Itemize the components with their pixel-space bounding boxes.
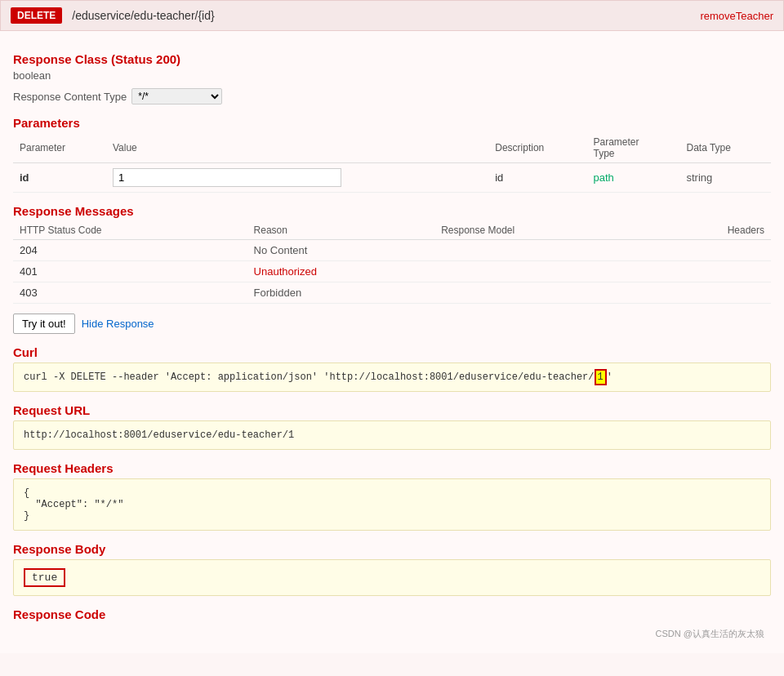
response-header-row: HTTP Status Code Reason Response Model H…: [13, 221, 771, 240]
headers-401: [648, 261, 771, 282]
curl-prefix: curl -X DELETE --header 'Accept: applica…: [24, 371, 595, 383]
parameters-title: Parameters: [13, 116, 771, 130]
response-messages-title: Response Messages: [13, 204, 771, 218]
params-header-row: Parameter Value Description ParameterTyp…: [13, 133, 771, 163]
action-buttons: Try it out! Hide Response: [13, 314, 771, 334]
response-row-401: 401 Unauthorized: [13, 261, 771, 282]
col-reason: Reason: [247, 221, 435, 240]
response-row-204: 204 No Content: [13, 240, 771, 261]
request-headers-title: Request Headers: [13, 461, 771, 475]
unauthorized-link[interactable]: Unauthorized: [254, 265, 317, 278]
param-value-input-id[interactable]: [113, 168, 341, 187]
response-true-badge: true: [24, 568, 65, 587]
param-description-id: id: [488, 163, 586, 193]
status-403: 403: [13, 282, 247, 304]
request-url-title: Request URL: [13, 403, 771, 417]
param-col-type: ParameterType: [587, 133, 680, 163]
model-401: [434, 261, 648, 282]
watermark: CSDN @认真生活的灰太狼: [13, 625, 771, 643]
parameters-table: Parameter Value Description ParameterTyp…: [13, 133, 771, 193]
response-content-type-label: Response Content Type: [13, 91, 127, 103]
response-body-title: Response Body: [13, 542, 771, 556]
param-col-value: Value: [106, 133, 488, 163]
curl-end: ': [607, 371, 612, 383]
param-value-cell: [106, 163, 488, 193]
endpoint-name: removeTeacher: [700, 10, 773, 22]
param-col-parameter: Parameter: [13, 133, 106, 163]
response-code-title: Response Code: [13, 607, 771, 621]
request-url-block: http://localhost:8001/eduservice/edu-tea…: [13, 420, 771, 450]
param-row-id: id id path string: [13, 163, 771, 193]
request-headers-block: { "Accept": "*/*" }: [13, 478, 771, 531]
response-row-403: 403 Forbidden: [13, 282, 771, 304]
endpoint-path: /eduservice/edu-teacher/{id}: [72, 9, 700, 22]
curl-highlight: 1: [595, 369, 607, 385]
response-messages-table: HTTP Status Code Reason Response Model H…: [13, 221, 771, 304]
param-col-datatype: Data Type: [679, 133, 771, 163]
response-content-type-row: Response Content Type */* application/js…: [13, 88, 771, 105]
curl-block: curl -X DELETE --header 'Accept: applica…: [13, 362, 771, 392]
headers-403: [648, 282, 771, 304]
model-204: [434, 240, 648, 261]
headers-204: [648, 240, 771, 261]
reason-no-content: No Content: [247, 240, 435, 261]
status-401: 401: [13, 261, 247, 282]
model-403: [434, 282, 648, 304]
reason-forbidden: Forbidden: [247, 282, 435, 304]
status-204: 204: [13, 240, 247, 261]
hide-response-link[interactable]: Hide Response: [82, 318, 154, 330]
content-area: Response Class (Status 200) boolean Resp…: [0, 31, 784, 653]
response-class-title: Response Class (Status 200): [13, 52, 771, 66]
param-name-id: id: [13, 163, 106, 193]
try-it-out-button[interactable]: Try it out!: [13, 314, 75, 334]
col-response-model: Response Model: [434, 221, 648, 240]
reason-unauthorized: Unauthorized: [247, 261, 435, 282]
endpoint-header: DELETE /eduservice/edu-teacher/{id} remo…: [0, 0, 784, 31]
col-http-status: HTTP Status Code: [13, 221, 247, 240]
content-type-select[interactable]: */* application/json text/plain: [131, 88, 222, 105]
response-class-type: boolean: [13, 69, 771, 82]
page-wrapper: DELETE /eduservice/edu-teacher/{id} remo…: [0, 0, 784, 676]
response-body-block: true: [13, 559, 771, 596]
param-datatype-string: string: [679, 163, 771, 193]
param-col-description: Description: [488, 133, 586, 163]
delete-badge: DELETE: [11, 7, 62, 24]
col-headers: Headers: [648, 221, 771, 240]
param-type-path: path: [587, 163, 680, 193]
curl-title: Curl: [13, 345, 771, 359]
